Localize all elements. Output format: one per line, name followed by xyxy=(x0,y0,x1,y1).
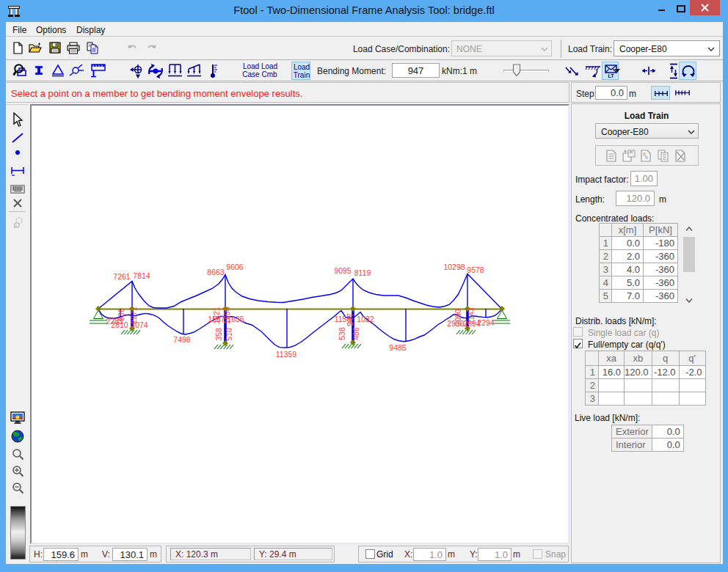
svg-text:9578: 9578 xyxy=(467,265,484,274)
svg-text:2143: 2143 xyxy=(467,307,476,325)
svg-text:2090: 2090 xyxy=(454,309,462,326)
svg-text:538: 538 xyxy=(338,327,346,340)
svg-text:7498: 7498 xyxy=(173,335,191,344)
svg-text:11359: 11359 xyxy=(276,350,297,359)
svg-text:8119: 8119 xyxy=(354,268,371,277)
svg-text:358: 358 xyxy=(214,328,223,341)
svg-text:2294: 2294 xyxy=(477,318,495,327)
svg-text:486: 486 xyxy=(352,327,360,340)
svg-text:2810: 2810 xyxy=(111,320,128,329)
svg-text:936: 936 xyxy=(117,308,125,321)
svg-text:7814: 7814 xyxy=(133,271,150,280)
svg-text:7261: 7261 xyxy=(113,272,131,281)
svg-text:8663: 8663 xyxy=(207,268,225,276)
svg-text:10298: 10298 xyxy=(443,263,465,271)
svg-text:510: 510 xyxy=(225,328,233,341)
svg-text:9606: 9606 xyxy=(226,263,244,271)
svg-text:947: 947 xyxy=(346,313,354,326)
svg-text:9095: 9095 xyxy=(334,266,352,275)
svg-text:1032: 1032 xyxy=(357,315,374,323)
svg-text:9485: 9485 xyxy=(389,343,407,352)
svg-text:1621: 1621 xyxy=(212,307,221,324)
svg-text:b: b xyxy=(645,155,648,160)
svg-text:2271: 2271 xyxy=(129,307,138,324)
svg-text:1690: 1690 xyxy=(222,307,231,324)
